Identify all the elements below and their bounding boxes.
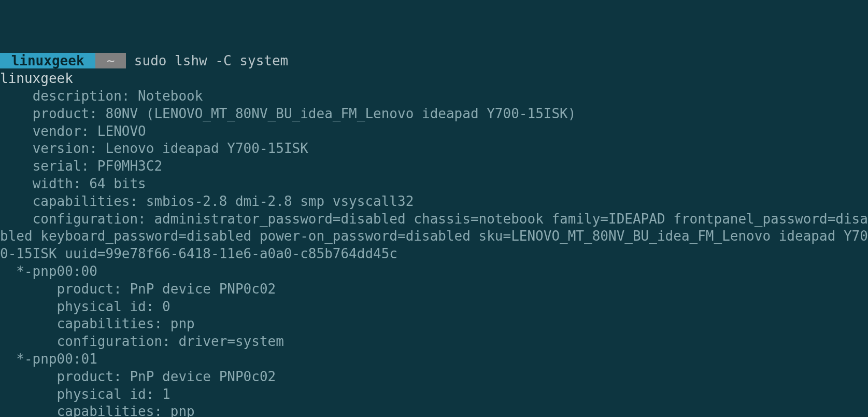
pnp1-product: product: PnP device PNP0c02 [0, 369, 276, 384]
line-width: width: 64 bits [0, 176, 146, 191]
hostname-line: linuxgeek [0, 71, 73, 86]
pnp0-cap: capabilities: pnp [0, 316, 195, 331]
pnp0-physid: physical id: 0 [0, 299, 170, 314]
command-text: sudo lshw -C system [134, 53, 288, 68]
line-capabilities: capabilities: smbios-2.8 dmi-2.8 smp vsy… [0, 193, 414, 209]
pnp1-header: *-pnp00:01 [0, 351, 97, 367]
line-product: product: 80NV (LENOVO_MT_80NV_BU_idea_FM… [0, 106, 576, 121]
pnp0-header: *-pnp00:00 [0, 263, 97, 279]
line-serial: serial: PF0MH3C2 [0, 158, 162, 174]
prompt-path: ~ [95, 53, 126, 68]
pnp1-physid: physical id: 1 [0, 386, 170, 402]
pnp1-cap: capabilities: pnp [0, 404, 195, 417]
line-description: description: Notebook [0, 88, 203, 104]
line-vendor: vendor: LENOVO [0, 123, 146, 139]
pnp0-conf: configuration: driver=system [0, 333, 284, 349]
line-version: version: Lenovo ideapad Y700-15ISK [0, 141, 308, 156]
prompt-user: linuxgeek [0, 53, 95, 68]
pnp0-product: product: PnP device PNP0c02 [0, 281, 276, 297]
line-configuration: configuration: administrator_password=di… [0, 211, 868, 262]
terminal[interactable]: linuxgeek ~ sudo lshw -C system linuxgee… [0, 35, 868, 417]
